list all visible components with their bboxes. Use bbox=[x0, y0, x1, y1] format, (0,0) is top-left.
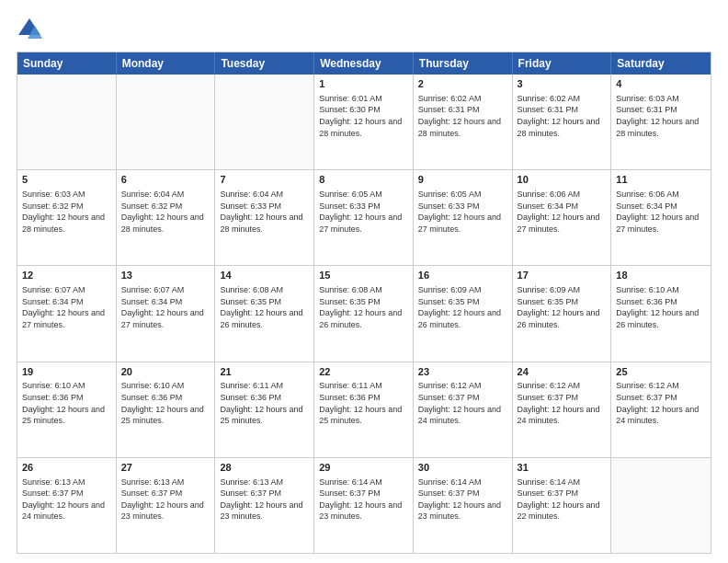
day-cell: 25Sunrise: 6:12 AM Sunset: 6:37 PM Dayli… bbox=[611, 362, 711, 457]
day-number: 18 bbox=[616, 269, 706, 282]
day-cell: 9Sunrise: 6:05 AM Sunset: 6:33 PM Daylig… bbox=[414, 170, 513, 265]
day-info: Sunrise: 6:01 AM Sunset: 6:30 PM Dayligh… bbox=[319, 93, 408, 139]
day-cell: 15Sunrise: 6:08 AM Sunset: 6:35 PM Dayli… bbox=[314, 266, 414, 361]
day-info: Sunrise: 6:13 AM Sunset: 6:37 PM Dayligh… bbox=[22, 477, 111, 523]
week-row: 12Sunrise: 6:07 AM Sunset: 6:34 PM Dayli… bbox=[17, 265, 711, 361]
day-number: 1 bbox=[319, 77, 408, 91]
day-number: 5 bbox=[22, 173, 111, 187]
day-number: 12 bbox=[22, 269, 111, 282]
day-number: 10 bbox=[518, 173, 607, 187]
day-number: 11 bbox=[616, 173, 706, 187]
day-cell: 3Sunrise: 6:02 AM Sunset: 6:31 PM Daylig… bbox=[513, 75, 612, 169]
day-cell: 23Sunrise: 6:12 AM Sunset: 6:37 PM Dayli… bbox=[414, 362, 513, 457]
day-number: 21 bbox=[220, 365, 309, 379]
day-number: 24 bbox=[518, 365, 607, 379]
day-cell: 18Sunrise: 6:10 AM Sunset: 6:36 PM Dayli… bbox=[611, 266, 711, 361]
day-number: 7 bbox=[220, 173, 309, 187]
day-info: Sunrise: 6:13 AM Sunset: 6:37 PM Dayligh… bbox=[220, 477, 309, 523]
day-info: Sunrise: 6:13 AM Sunset: 6:37 PM Dayligh… bbox=[121, 477, 210, 523]
day-cell: 5Sunrise: 6:03 AM Sunset: 6:32 PM Daylig… bbox=[17, 170, 117, 265]
week-row: 5Sunrise: 6:03 AM Sunset: 6:32 PM Daylig… bbox=[17, 169, 711, 265]
day-headers: SundayMondayTuesdayWednesdayThursdayFrid… bbox=[17, 52, 711, 75]
day-info: Sunrise: 6:06 AM Sunset: 6:34 PM Dayligh… bbox=[518, 189, 607, 235]
day-number: 9 bbox=[418, 173, 507, 187]
day-cell: 16Sunrise: 6:09 AM Sunset: 6:35 PM Dayli… bbox=[414, 266, 513, 361]
day-cell bbox=[117, 75, 216, 169]
day-cell: 28Sunrise: 6:13 AM Sunset: 6:37 PM Dayli… bbox=[215, 458, 314, 553]
day-info: Sunrise: 6:10 AM Sunset: 6:36 PM Dayligh… bbox=[121, 380, 210, 426]
day-info: Sunrise: 6:03 AM Sunset: 6:32 PM Dayligh… bbox=[22, 189, 111, 235]
day-number: 23 bbox=[418, 365, 507, 379]
day-info: Sunrise: 6:05 AM Sunset: 6:33 PM Dayligh… bbox=[319, 189, 408, 235]
header bbox=[17, 17, 711, 42]
day-number: 29 bbox=[319, 461, 408, 475]
day-cell: 2Sunrise: 6:02 AM Sunset: 6:31 PM Daylig… bbox=[414, 75, 513, 169]
day-info: Sunrise: 6:03 AM Sunset: 6:31 PM Dayligh… bbox=[616, 93, 706, 139]
day-info: Sunrise: 6:09 AM Sunset: 6:35 PM Dayligh… bbox=[418, 284, 507, 330]
logo-icon bbox=[17, 17, 42, 42]
day-info: Sunrise: 6:05 AM Sunset: 6:33 PM Dayligh… bbox=[418, 189, 507, 235]
day-cell: 30Sunrise: 6:14 AM Sunset: 6:37 PM Dayli… bbox=[414, 458, 513, 553]
logo bbox=[17, 17, 46, 42]
day-cell: 10Sunrise: 6:06 AM Sunset: 6:34 PM Dayli… bbox=[513, 170, 612, 265]
day-number: 16 bbox=[418, 269, 507, 282]
day-cell: 20Sunrise: 6:10 AM Sunset: 6:36 PM Dayli… bbox=[117, 362, 216, 457]
week-row: 19Sunrise: 6:10 AM Sunset: 6:36 PM Dayli… bbox=[17, 362, 711, 457]
day-number: 20 bbox=[121, 365, 210, 379]
day-number: 25 bbox=[616, 365, 706, 379]
day-number: 2 bbox=[418, 77, 507, 91]
day-number: 19 bbox=[22, 365, 111, 379]
day-number: 22 bbox=[319, 365, 408, 379]
day-info: Sunrise: 6:08 AM Sunset: 6:35 PM Dayligh… bbox=[220, 284, 309, 330]
day-info: Sunrise: 6:04 AM Sunset: 6:33 PM Dayligh… bbox=[220, 189, 309, 235]
day-info: Sunrise: 6:08 AM Sunset: 6:35 PM Dayligh… bbox=[319, 284, 408, 330]
day-info: Sunrise: 6:14 AM Sunset: 6:37 PM Dayligh… bbox=[518, 477, 607, 523]
day-info: Sunrise: 6:09 AM Sunset: 6:35 PM Dayligh… bbox=[518, 284, 607, 330]
day-cell bbox=[17, 75, 117, 169]
calendar: SundayMondayTuesdayWednesdayThursdayFrid… bbox=[17, 52, 711, 554]
week-row: 1Sunrise: 6:01 AM Sunset: 6:30 PM Daylig… bbox=[17, 75, 711, 169]
day-cell: 4Sunrise: 6:03 AM Sunset: 6:31 PM Daylig… bbox=[611, 75, 711, 169]
day-info: Sunrise: 6:12 AM Sunset: 6:37 PM Dayligh… bbox=[518, 380, 607, 426]
day-info: Sunrise: 6:04 AM Sunset: 6:32 PM Dayligh… bbox=[121, 189, 210, 235]
day-info: Sunrise: 6:10 AM Sunset: 6:36 PM Dayligh… bbox=[616, 284, 706, 330]
week-row: 26Sunrise: 6:13 AM Sunset: 6:37 PM Dayli… bbox=[17, 457, 711, 553]
day-number: 27 bbox=[121, 461, 210, 475]
day-info: Sunrise: 6:07 AM Sunset: 6:34 PM Dayligh… bbox=[121, 284, 210, 330]
day-header: Thursday bbox=[414, 52, 513, 75]
day-cell: 26Sunrise: 6:13 AM Sunset: 6:37 PM Dayli… bbox=[17, 458, 117, 553]
day-cell: 11Sunrise: 6:06 AM Sunset: 6:34 PM Dayli… bbox=[611, 170, 711, 265]
day-cell: 1Sunrise: 6:01 AM Sunset: 6:30 PM Daylig… bbox=[314, 75, 414, 169]
day-cell: 27Sunrise: 6:13 AM Sunset: 6:37 PM Dayli… bbox=[117, 458, 216, 553]
day-number: 28 bbox=[220, 461, 309, 475]
day-cell: 8Sunrise: 6:05 AM Sunset: 6:33 PM Daylig… bbox=[314, 170, 414, 265]
day-cell bbox=[611, 458, 711, 553]
day-number: 17 bbox=[518, 269, 607, 282]
day-cell: 19Sunrise: 6:10 AM Sunset: 6:36 PM Dayli… bbox=[17, 362, 117, 457]
day-header: Sunday bbox=[17, 52, 117, 75]
day-info: Sunrise: 6:10 AM Sunset: 6:36 PM Dayligh… bbox=[22, 380, 111, 426]
day-info: Sunrise: 6:07 AM Sunset: 6:34 PM Dayligh… bbox=[22, 284, 111, 330]
day-cell: 7Sunrise: 6:04 AM Sunset: 6:33 PM Daylig… bbox=[215, 170, 314, 265]
day-cell: 6Sunrise: 6:04 AM Sunset: 6:32 PM Daylig… bbox=[117, 170, 216, 265]
day-info: Sunrise: 6:12 AM Sunset: 6:37 PM Dayligh… bbox=[418, 380, 507, 426]
day-number: 30 bbox=[418, 461, 507, 475]
day-header: Wednesday bbox=[314, 52, 414, 75]
day-cell: 13Sunrise: 6:07 AM Sunset: 6:34 PM Dayli… bbox=[117, 266, 216, 361]
day-number: 15 bbox=[319, 269, 408, 282]
day-cell bbox=[215, 75, 314, 169]
day-info: Sunrise: 6:11 AM Sunset: 6:36 PM Dayligh… bbox=[220, 380, 309, 426]
day-header: Friday bbox=[513, 52, 612, 75]
day-cell: 17Sunrise: 6:09 AM Sunset: 6:35 PM Dayli… bbox=[513, 266, 612, 361]
day-info: Sunrise: 6:14 AM Sunset: 6:37 PM Dayligh… bbox=[418, 477, 507, 523]
day-header: Tuesday bbox=[215, 52, 314, 75]
day-info: Sunrise: 6:02 AM Sunset: 6:31 PM Dayligh… bbox=[418, 93, 507, 139]
page: SundayMondayTuesdayWednesdayThursdayFrid… bbox=[0, 0, 728, 563]
day-cell: 31Sunrise: 6:14 AM Sunset: 6:37 PM Dayli… bbox=[513, 458, 612, 553]
day-info: Sunrise: 6:12 AM Sunset: 6:37 PM Dayligh… bbox=[616, 380, 706, 426]
day-number: 3 bbox=[518, 77, 607, 91]
day-info: Sunrise: 6:02 AM Sunset: 6:31 PM Dayligh… bbox=[518, 93, 607, 139]
day-number: 26 bbox=[22, 461, 111, 475]
day-cell: 24Sunrise: 6:12 AM Sunset: 6:37 PM Dayli… bbox=[513, 362, 612, 457]
day-number: 6 bbox=[121, 173, 210, 187]
